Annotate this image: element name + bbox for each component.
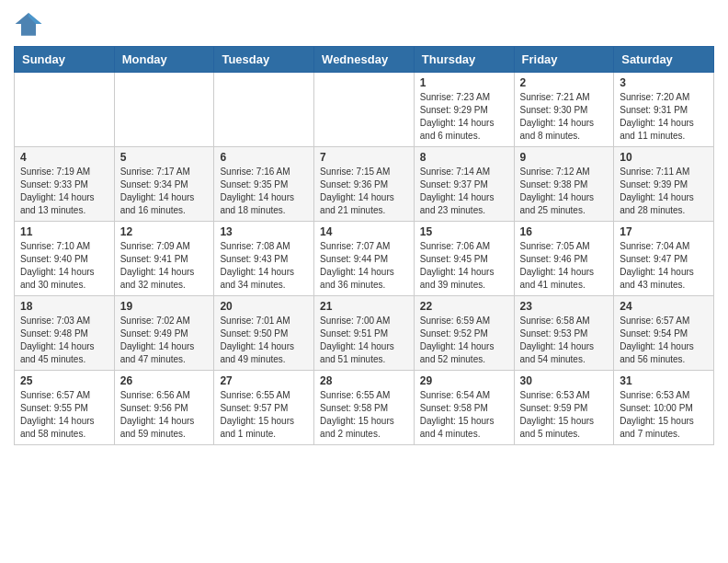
day-info: Sunrise: 7:02 AM Sunset: 9:49 PM Dayligh… [120,315,209,366]
calendar-cell: 27Sunrise: 6:55 AM Sunset: 9:57 PM Dayli… [214,371,314,445]
day-number: 22 [420,300,508,313]
calendar-cell: 20Sunrise: 7:01 AM Sunset: 9:50 PM Dayli… [214,296,314,371]
day-info: Sunrise: 7:15 AM Sunset: 9:36 PM Dayligh… [320,166,408,217]
day-number: 3 [620,76,708,89]
day-info: Sunrise: 7:07 AM Sunset: 9:44 PM Dayligh… [320,240,408,292]
day-info: Sunrise: 6:53 AM Sunset: 10:00 PM Daylig… [620,389,708,441]
calendar-cell: 11Sunrise: 7:10 AM Sunset: 9:40 PM Dayli… [15,222,115,296]
header-day: Saturday [614,47,714,73]
day-info: Sunrise: 7:08 AM Sunset: 9:43 PM Dayligh… [220,240,308,292]
day-info: Sunrise: 7:12 AM Sunset: 9:38 PM Dayligh… [520,166,609,217]
day-info: Sunrise: 7:01 AM Sunset: 9:50 PM Dayligh… [220,315,308,366]
day-info: Sunrise: 6:58 AM Sunset: 9:53 PM Dayligh… [520,315,609,366]
day-info: Sunrise: 7:11 AM Sunset: 9:39 PM Dayligh… [620,166,708,217]
day-info: Sunrise: 6:54 AM Sunset: 9:58 PM Dayligh… [420,389,508,441]
calendar-header: SundayMondayTuesdayWednesdayThursdayFrid… [15,47,714,73]
calendar-cell: 13Sunrise: 7:08 AM Sunset: 9:43 PM Dayli… [214,222,314,296]
day-number: 14 [320,225,408,238]
header-day: Monday [114,47,214,73]
day-number: 16 [520,225,609,238]
calendar-cell: 5Sunrise: 7:17 AM Sunset: 9:34 PM Daylig… [114,147,214,222]
calendar-cell [314,73,415,147]
day-info: Sunrise: 6:56 AM Sunset: 9:56 PM Dayligh… [120,389,209,441]
day-info: Sunrise: 7:00 AM Sunset: 9:51 PM Dayligh… [320,315,408,366]
day-number: 27 [220,374,308,387]
calendar-cell: 3Sunrise: 7:20 AM Sunset: 9:31 PM Daylig… [614,73,714,147]
calendar-cell: 14Sunrise: 7:07 AM Sunset: 9:44 PM Dayli… [314,222,415,296]
day-info: Sunrise: 7:14 AM Sunset: 9:37 PM Dayligh… [420,166,508,217]
day-number: 31 [620,374,708,387]
calendar-cell: 6Sunrise: 7:16 AM Sunset: 9:35 PM Daylig… [214,147,314,222]
day-number: 2 [520,76,609,89]
day-number: 29 [420,374,508,387]
day-info: Sunrise: 7:19 AM Sunset: 9:33 PM Dayligh… [20,166,108,217]
day-info: Sunrise: 6:55 AM Sunset: 9:58 PM Dayligh… [320,389,408,441]
calendar-week: 11Sunrise: 7:10 AM Sunset: 9:40 PM Dayli… [15,222,714,296]
calendar-cell [214,73,314,147]
calendar-body: 1Sunrise: 7:23 AM Sunset: 9:29 PM Daylig… [15,73,714,445]
calendar-cell: 25Sunrise: 6:57 AM Sunset: 9:55 PM Dayli… [15,371,115,445]
calendar-cell: 21Sunrise: 7:00 AM Sunset: 9:51 PM Dayli… [314,296,415,371]
calendar-cell: 4Sunrise: 7:19 AM Sunset: 9:33 PM Daylig… [15,147,115,222]
day-number: 30 [520,374,609,387]
calendar-cell: 26Sunrise: 6:56 AM Sunset: 9:56 PM Dayli… [114,371,214,445]
day-number: 9 [520,151,609,164]
day-info: Sunrise: 7:04 AM Sunset: 9:47 PM Dayligh… [620,240,708,292]
day-number: 28 [320,374,408,387]
day-number: 24 [620,300,708,313]
day-number: 17 [620,225,708,238]
day-number: 7 [320,151,408,164]
calendar-cell: 30Sunrise: 6:53 AM Sunset: 9:59 PM Dayli… [514,371,614,445]
calendar-cell: 7Sunrise: 7:15 AM Sunset: 9:36 PM Daylig… [314,147,415,222]
calendar-cell: 18Sunrise: 7:03 AM Sunset: 9:48 PM Dayli… [15,296,115,371]
calendar-cell: 15Sunrise: 7:06 AM Sunset: 9:45 PM Dayli… [414,222,514,296]
day-info: Sunrise: 7:21 AM Sunset: 9:30 PM Dayligh… [520,91,609,143]
calendar-cell: 8Sunrise: 7:14 AM Sunset: 9:37 PM Daylig… [414,147,514,222]
logo [14,9,47,39]
day-number: 15 [420,225,508,238]
calendar-cell: 28Sunrise: 6:55 AM Sunset: 9:58 PM Dayli… [314,371,415,445]
day-info: Sunrise: 6:53 AM Sunset: 9:59 PM Dayligh… [520,389,609,441]
day-number: 5 [120,151,209,164]
day-info: Sunrise: 7:09 AM Sunset: 9:41 PM Dayligh… [120,240,209,292]
day-info: Sunrise: 7:03 AM Sunset: 9:48 PM Dayligh… [20,315,108,366]
day-number: 18 [20,300,108,313]
header [14,9,714,39]
header-row: SundayMondayTuesdayWednesdayThursdayFrid… [15,47,714,73]
day-number: 4 [20,151,108,164]
day-number: 26 [120,374,209,387]
calendar: SundayMondayTuesdayWednesdayThursdayFrid… [14,46,714,445]
header-day: Sunday [15,47,115,73]
day-info: Sunrise: 7:23 AM Sunset: 9:29 PM Dayligh… [420,91,508,143]
page: SundayMondayTuesdayWednesdayThursdayFrid… [0,0,728,459]
day-info: Sunrise: 7:05 AM Sunset: 9:46 PM Dayligh… [520,240,609,292]
calendar-cell: 9Sunrise: 7:12 AM Sunset: 9:38 PM Daylig… [514,147,614,222]
header-day: Thursday [414,47,514,73]
calendar-cell: 12Sunrise: 7:09 AM Sunset: 9:41 PM Dayli… [114,222,214,296]
day-number: 23 [520,300,609,313]
day-number: 8 [420,151,508,164]
day-info: Sunrise: 7:16 AM Sunset: 9:35 PM Dayligh… [220,166,308,217]
day-number: 20 [220,300,308,313]
calendar-week: 4Sunrise: 7:19 AM Sunset: 9:33 PM Daylig… [15,147,714,222]
calendar-cell: 31Sunrise: 6:53 AM Sunset: 10:00 PM Dayl… [614,371,714,445]
day-number: 10 [620,151,708,164]
logo-icon [14,9,43,39]
day-number: 11 [20,225,108,238]
calendar-cell: 1Sunrise: 7:23 AM Sunset: 9:29 PM Daylig… [414,73,514,147]
calendar-cell: 23Sunrise: 6:58 AM Sunset: 9:53 PM Dayli… [514,296,614,371]
day-number: 21 [320,300,408,313]
calendar-cell [114,73,214,147]
day-info: Sunrise: 7:10 AM Sunset: 9:40 PM Dayligh… [20,240,108,292]
day-info: Sunrise: 6:57 AM Sunset: 9:55 PM Dayligh… [20,389,108,441]
day-number: 13 [220,225,308,238]
day-info: Sunrise: 7:17 AM Sunset: 9:34 PM Dayligh… [120,166,209,217]
day-info: Sunrise: 6:55 AM Sunset: 9:57 PM Dayligh… [220,389,308,441]
calendar-cell: 29Sunrise: 6:54 AM Sunset: 9:58 PM Dayli… [414,371,514,445]
calendar-week: 1Sunrise: 7:23 AM Sunset: 9:29 PM Daylig… [15,73,714,147]
calendar-cell: 16Sunrise: 7:05 AM Sunset: 9:46 PM Dayli… [514,222,614,296]
header-day: Friday [514,47,614,73]
calendar-cell: 22Sunrise: 6:59 AM Sunset: 9:52 PM Dayli… [414,296,514,371]
day-info: Sunrise: 7:20 AM Sunset: 9:31 PM Dayligh… [620,91,708,143]
calendar-week: 25Sunrise: 6:57 AM Sunset: 9:55 PM Dayli… [15,371,714,445]
